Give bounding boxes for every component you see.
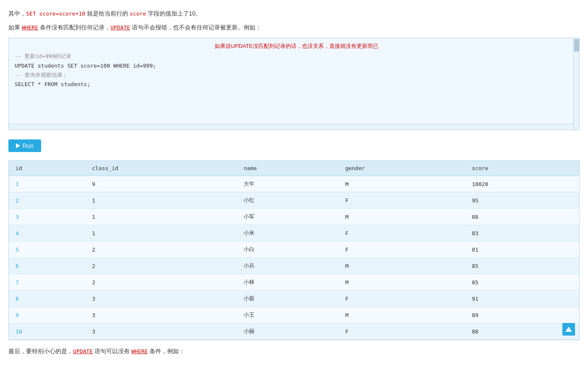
cell-name: 小米: [237, 225, 339, 241]
cell-gender: F: [339, 241, 465, 258]
footer-end: 条件，例如：: [148, 348, 185, 354]
intro-line2-prefix: 如果: [8, 24, 22, 31]
cell-class_id: 2: [85, 258, 237, 274]
cell-id: 3: [9, 209, 85, 225]
cell-score: 89: [465, 307, 579, 323]
scroll-to-top-button[interactable]: [562, 323, 575, 336]
intro-update-code: UPDATE: [110, 24, 130, 31]
intro-line1-prefix: 其中，: [8, 10, 26, 17]
cell-id: 4: [9, 225, 85, 241]
cell-score: 85: [465, 274, 579, 291]
cell-id: 9: [9, 307, 85, 323]
cell-gender: M: [339, 274, 465, 291]
intro-line1-suffix: 就是给当前行的: [85, 10, 130, 17]
cell-id: 8: [9, 291, 85, 307]
code-editor[interactable]: -- 更新id=999的记录 UPDATE students SET score…: [8, 38, 580, 130]
cell-class_id: 3: [85, 291, 237, 307]
table-row: 72小林M85: [9, 274, 579, 291]
cell-gender: F: [339, 323, 465, 340]
code-line-1: -- 更新id=999的记录: [15, 53, 71, 59]
cell-class_id: 3: [85, 307, 237, 323]
cell-id: 7: [9, 274, 85, 291]
intro-line2-mid1: 条件没有匹配到任何记录，: [38, 24, 110, 31]
cell-score: 85: [465, 258, 579, 274]
cell-id: 5: [9, 241, 85, 258]
code-line-2: UPDATE students SET score=100 WHERE id=9…: [15, 63, 156, 69]
cell-name: 小王: [237, 307, 339, 323]
col-header-gender: gender: [339, 161, 465, 176]
cell-class_id: 1: [85, 225, 237, 241]
cell-class_id: 3: [85, 323, 237, 340]
cell-name: 小白: [237, 241, 339, 258]
intro-code1: SET score=score+10: [26, 10, 85, 17]
table-row: 62小兵M85: [9, 258, 579, 274]
cell-name: 小军: [237, 209, 339, 225]
cell-score: 10020: [465, 176, 579, 192]
cell-id: 6: [9, 258, 85, 274]
cell-class_id: 2: [85, 274, 237, 291]
table-row: 19大牛M10020: [9, 176, 579, 192]
intro-code2: score: [130, 10, 146, 17]
cell-score: 91: [465, 291, 579, 307]
cell-score: 81: [465, 241, 579, 258]
cell-name: 小新: [237, 291, 339, 307]
cell-name: 小兵: [237, 258, 339, 274]
cell-class_id: 1: [85, 209, 237, 225]
cell-score: 88: [465, 209, 579, 225]
intro-line1-end: 字段的值加上了10。: [146, 10, 201, 17]
footer-code1: UPDATE: [73, 348, 93, 354]
cell-score: 95: [465, 192, 579, 209]
table-row: 93小王M89: [9, 307, 579, 323]
cell-gender: M: [339, 307, 465, 323]
scrollbar-thumb[interactable]: [574, 39, 579, 52]
table-row: 21小红F95: [9, 192, 579, 209]
result-table: id class_id name gender score 19大牛M10020…: [9, 161, 579, 340]
intro-where-code: WHERE: [22, 24, 38, 31]
cell-score: 83: [465, 225, 579, 241]
cell-gender: F: [339, 225, 465, 241]
footer-mid: 语句可以没有: [93, 348, 131, 354]
table-body: 19大牛M1002021小红F9531小军M8841小米F8352小白F8162…: [9, 176, 579, 340]
table-header-row: id class_id name gender score: [9, 161, 579, 176]
cell-gender: M: [339, 209, 465, 225]
cell-class_id: 9: [85, 176, 237, 192]
col-header-id: id: [9, 161, 85, 176]
table-header: id class_id name gender score: [9, 161, 579, 176]
arrow-up-icon: [565, 327, 572, 332]
intro-line2: 如果 WHERE 条件没有匹配到任何记录，UPDATE 语句不会报错，也不会有任…: [8, 22, 580, 33]
code-line-3: -- 查询并观察结果:: [15, 72, 66, 78]
editor-note: 如果说UPDATE没匹配到记录的话，也没关系，直接就没有更新而已: [215, 42, 378, 50]
vertical-scrollbar[interactable]: [573, 38, 579, 130]
table-row: 83小新F91: [9, 291, 579, 307]
table-row: 52小白F81: [9, 241, 579, 258]
cell-name: 大牛: [237, 176, 339, 192]
horizontal-scrollbar[interactable]: [9, 124, 573, 130]
table-row: 31小军M88: [9, 209, 579, 225]
cell-name: 小丽: [237, 323, 339, 340]
cell-id: 2: [9, 192, 85, 209]
intro-line2-mid2: 语句不会报错，也不会有任何记录被更新。例如：: [130, 24, 261, 31]
result-table-container: id class_id name gender score 19大牛M10020…: [8, 160, 580, 340]
cell-gender: F: [339, 291, 465, 307]
cell-gender: M: [339, 258, 465, 274]
table-row: 41小米F83: [9, 225, 579, 241]
run-button[interactable]: Run: [8, 139, 41, 152]
run-button-label: Run: [23, 142, 34, 149]
cell-gender: M: [339, 176, 465, 192]
col-header-score: score: [465, 161, 579, 176]
cell-name: 小林: [237, 274, 339, 291]
cell-class_id: 2: [85, 241, 237, 258]
footer-prefix: 最后，要特别小心的是，: [8, 348, 73, 354]
table-row: 103小丽F88: [9, 323, 579, 340]
footer-code2: WHERE: [131, 348, 148, 354]
code-line-4: SELECT * FROM students;: [15, 81, 90, 87]
col-header-name: name: [237, 161, 339, 176]
col-header-class-id: class_id: [85, 161, 237, 176]
cell-id: 10: [9, 323, 85, 340]
cell-id: 1: [9, 176, 85, 192]
cell-class_id: 1: [85, 192, 237, 209]
run-icon: [16, 143, 20, 148]
footer-text: 最后，要特别小心的是，UPDATE 语句可以没有 WHERE 条件，例如：: [8, 346, 580, 357]
cell-name: 小红: [237, 192, 339, 209]
intro-line1: 其中，SET score=score+10 就是给当前行的 score 字段的值…: [8, 8, 580, 19]
